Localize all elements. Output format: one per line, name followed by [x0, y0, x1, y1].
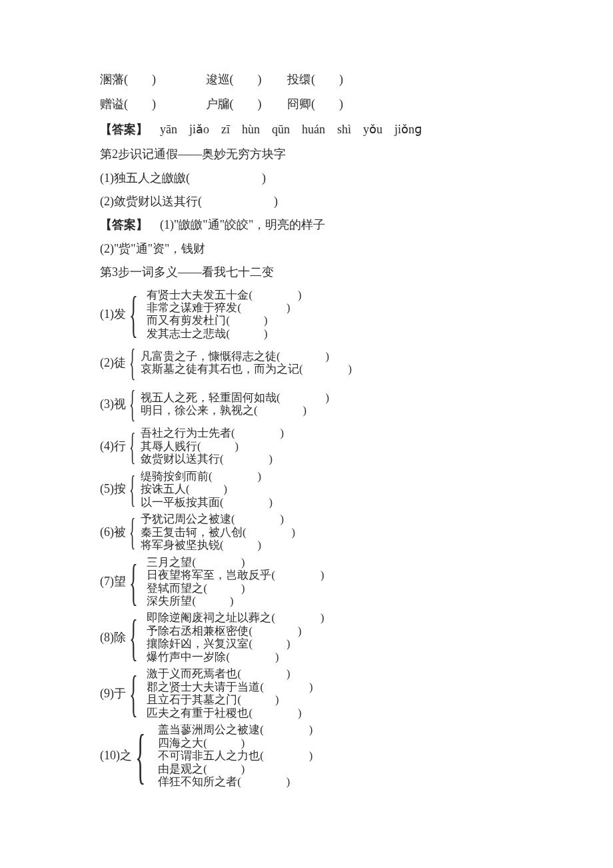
entry-label: (1)发: [100, 307, 126, 322]
brace-line: 视五人之死，轻重固何如哉( ): [141, 391, 329, 404]
brace-line: 三月之望( ): [147, 556, 324, 569]
answer-text: (1)"皦皦"通"皎皎"，明亮的样子: [148, 218, 325, 231]
brace-line: 而又有剪发杜门( ): [147, 314, 301, 327]
item-2-1: (1)独五人之皦皦( ): [100, 171, 516, 186]
brace-line: 激于义而死焉者也( ): [147, 667, 312, 680]
brace-icon: {: [129, 668, 138, 719]
brace-line: 登轼而望之( ): [147, 582, 324, 595]
word: 溷藩( ): [100, 73, 156, 86]
answer-1: 【答案】 yān jiǎo zī hùn qūn huán shì yǒu ji…: [100, 122, 516, 137]
brace-line: 且立石于其墓之门( ): [147, 693, 312, 706]
step-3-heading: 第3步一词多义——看我七十二变: [100, 265, 516, 280]
entry-label: (4)行: [100, 439, 126, 454]
entry-label: (7)望: [100, 574, 126, 589]
entry-8: (8)除 { 即除逆阉废祠之址以葬之( )予除右丞相兼枢密使( )攘除奸凶，兴复…: [100, 611, 516, 663]
brace-line: 有贤士大夫发五十金( ): [147, 289, 301, 301]
word: 逡巡( ): [206, 73, 262, 86]
word: 冏卿( ): [287, 97, 343, 111]
brace-icon: {: [129, 557, 138, 607]
brace-stack: 三月之望( )日夜望将军至，岂敢反乎( )登轼而望之( )深失所望( ): [147, 556, 324, 608]
brace-icon: {: [129, 344, 135, 381]
brace-line: 即除逆阉废祠之址以葬之( ): [147, 611, 324, 624]
brace-icon: {: [129, 471, 135, 508]
brace-icon: {: [129, 428, 135, 465]
brace-line: 郡之贤士大夫请于当道( ): [147, 681, 312, 693]
answer-2: 【答案】 (1)"皦皦"通"皎皎"，明亮的样子: [100, 217, 516, 233]
word: 投缳( ): [287, 73, 343, 86]
entry-label: (10)之: [100, 748, 132, 763]
brace-line: 盖当蓼洲周公之被逮( ): [158, 723, 312, 736]
brace-line: 不可谓非五人之力也( ): [158, 749, 312, 762]
entry-4: (4)行 { 吾社之行为士先者( )其辱人贱行( )敛赀财以送其行( ): [100, 427, 516, 465]
entry-6: (6)被 { 予犹记周公之被逮( )秦王复击轲，被八创( )将军身被坚执锐( ): [100, 513, 516, 551]
brace-line: 予除右丞相兼枢密使( ): [147, 625, 324, 637]
brace-stack: 缇骑按剑而前( )按诛五人( )以一平板按其面( ): [141, 470, 273, 509]
brace-line: 哀斯墓之徒有其石也，而为之记( ): [141, 363, 352, 375]
pinyin-row-1: 溷藩( ) 逡巡( ) 投缳( ): [100, 72, 516, 87]
brace-line: 明日，徐公来，孰视之( ): [141, 404, 329, 417]
brace-line: 缇骑按剑而前( ): [141, 470, 273, 483]
brace-line: 按诛五人( ): [141, 483, 273, 495]
brace-line: 敛赀财以送其行( ): [141, 453, 284, 465]
entry-label: (9)于: [100, 686, 126, 701]
brace-line: 予犹记周公之被逮( ): [141, 513, 295, 525]
brace-line: 发其志士之悲哉( ): [147, 327, 301, 340]
entry-label: (5)按: [100, 481, 126, 497]
entry-3: (3)视 { 视五人之死，轻重固何如哉( )明日，徐公来，孰视之( ): [100, 385, 516, 423]
word: 户牖( ): [206, 97, 262, 111]
brace-line: 匹夫之有重于社稷也( ): [147, 707, 312, 719]
entry-5: (5)按 { 缇骑按剑而前( )按诛五人( )以一平板按其面( ): [100, 470, 516, 509]
item-2-2: (2)敛赀财以送其行( ): [100, 194, 516, 209]
pinyin-row-2: 赠谥( ) 户牖( ) 冏卿( ): [100, 97, 516, 112]
item-2-3: (2)"赀"通"资"，钱财: [100, 241, 516, 257]
brace-icon: {: [135, 725, 145, 787]
brace-icon: {: [129, 612, 138, 663]
brace-line: 由是观之( ): [158, 763, 312, 775]
brace-line: 日夜望将军至，岂敢反乎( ): [147, 569, 324, 581]
brace-stack: 激于义而死焉者也( )郡之贤士大夫请于当道( )且立石于其墓之门( )匹夫之有重…: [147, 667, 312, 719]
brace-icon: {: [129, 385, 135, 423]
brace-line: 爆竹声中一岁除( ): [147, 651, 324, 663]
answer-label: 【答案】: [100, 123, 148, 136]
brace-line: 以一平板按其面( ): [141, 496, 273, 509]
brace-line: 凡富贵之子，慷慨得志之徒( ): [141, 350, 352, 363]
brace-line: 非常之谋难于猝发( ): [147, 301, 301, 314]
brace-icon: {: [129, 289, 138, 339]
answer-label: 【答案】: [100, 218, 148, 231]
brace-icon: {: [129, 513, 135, 551]
entry-2: (2)徒 { 凡富贵之子，慷慨得志之徒( )哀斯墓之徒有其石也，而为之记( ): [100, 344, 516, 381]
entry-7: (7)望 { 三月之望( )日夜望将军至，岂敢反乎( )登轼而望之( )深失所望…: [100, 556, 516, 608]
entry-label: (8)除: [100, 630, 126, 645]
entry-10: (10)之 { 盖当蓼洲周公之被逮( )四海之大( )不可谓非五人之力也( )由…: [100, 723, 516, 788]
brace-stack: 吾社之行为士先者( )其辱人贱行( )敛赀财以送其行( ): [141, 427, 284, 465]
entry-label: (2)徒: [100, 355, 126, 371]
brace-line: 深失所望( ): [147, 595, 324, 607]
brace-stack: 予犹记周公之被逮( )秦王复击轲，被八创( )将军身被坚执锐( ): [141, 513, 295, 551]
entry-label: (6)被: [100, 525, 126, 540]
brace-line: 吾社之行为士先者( ): [141, 427, 284, 439]
brace-line: 秦王复击轲，被八创( ): [141, 526, 295, 539]
brace-stack: 盖当蓼洲周公之被逮( )四海之大( )不可谓非五人之力也( )由是观之( )佯狂…: [158, 723, 312, 788]
brace-line: 攘除奸凶，兴复汉室( ): [147, 637, 324, 650]
entry-9: (9)于 { 激于义而死焉者也( )郡之贤士大夫请于当道( )且立石于其墓之门(…: [100, 667, 516, 719]
brace-stack: 视五人之死，轻重固何如哉( )明日，徐公来，孰视之( ): [141, 391, 329, 417]
brace-line: 其辱人贱行( ): [141, 440, 284, 453]
word: 赠谥( ): [100, 97, 156, 111]
step-2-heading: 第2步识记通假——奥妙无穷方块字: [100, 147, 516, 162]
answer-text: yān jiǎo zī hùn qūn huán shì yǒu jiǒnɡ: [148, 123, 422, 136]
brace-stack: 即除逆阉废祠之址以葬之( )予除右丞相兼枢密使( )攘除奸凶，兴复汉室( )爆竹…: [147, 611, 324, 663]
brace-stack: 有贤士大夫发五十金( )非常之谋难于猝发( )而又有剪发杜门( )发其志士之悲哉…: [147, 289, 301, 341]
brace-line: 将军身被坚执锐( ): [141, 539, 295, 551]
brace-line: 四海之大( ): [158, 737, 312, 749]
entry-label: (3)视: [100, 397, 126, 412]
brace-stack: 凡富贵之子，慷慨得志之徒( )哀斯墓之徒有其石也，而为之记( ): [141, 350, 352, 376]
entry-1: (1)发 { 有贤士大夫发五十金( )非常之谋难于猝发( )而又有剪发杜门( )…: [100, 289, 516, 341]
brace-line: 佯狂不知所之者( ): [158, 775, 312, 788]
